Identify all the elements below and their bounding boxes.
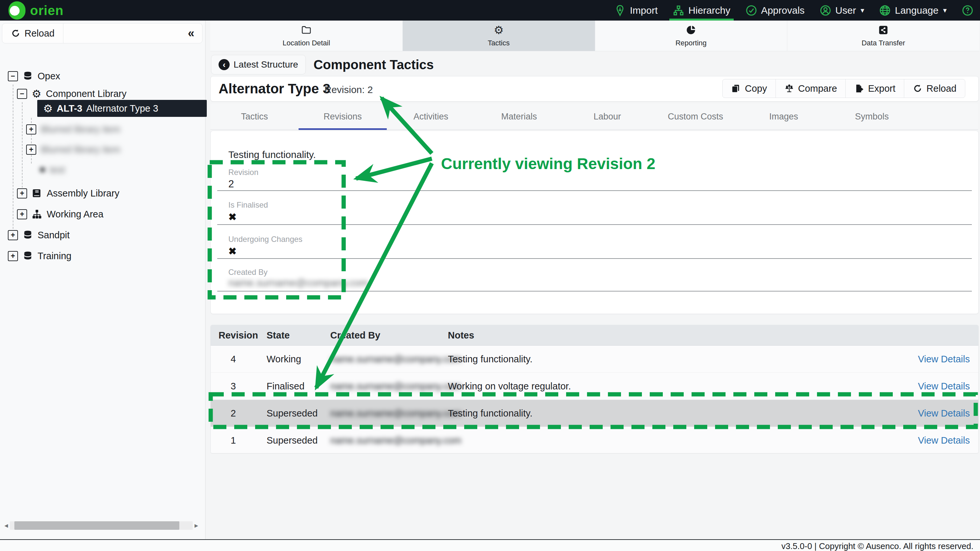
subtab-materials[interactable]: Materials: [475, 104, 563, 129]
view-details-link[interactable]: View Details: [918, 427, 970, 453]
tree-item-assembly-library[interactable]: + Assembly Library: [17, 185, 119, 202]
collapse-node-icon[interactable]: −: [17, 89, 27, 99]
subtab-tactics[interactable]: Tactics: [210, 104, 299, 129]
table-header-row: Revision State Created By Notes: [211, 325, 978, 346]
subtab-custom-costs[interactable]: Custom Costs: [651, 104, 740, 129]
expand-node-icon[interactable]: +: [8, 251, 18, 261]
tab-reporting[interactable]: Reporting: [595, 21, 788, 51]
subtab-images[interactable]: Images: [740, 104, 828, 129]
tree-item-redacted[interactable]: test: [40, 161, 65, 178]
col-header-revision: Revision: [218, 325, 258, 345]
nav-language-menu[interactable]: Language ▾: [879, 0, 947, 21]
hierarchy-icon: [673, 5, 684, 16]
app-footer: v3.5.0-0 | Copyright © Ausenco. All righ…: [0, 539, 980, 551]
cell-revision: 1: [218, 427, 248, 453]
nav-user-menu[interactable]: User ▾: [819, 0, 864, 21]
cell-state: Superseded: [267, 427, 318, 453]
table-row: 4 Working name.surname@company.com Testi…: [211, 346, 978, 373]
sidebar-horizontal-scrollbar[interactable]: ◂ ▸: [3, 521, 200, 530]
sidebar-collapse-button[interactable]: «: [180, 27, 202, 40]
expand-node-icon[interactable]: +: [17, 188, 27, 198]
tree-item-alt3-selected[interactable]: ⚙ ALT-3 Alternator Type 3: [37, 100, 207, 117]
app-window: orien Import Hierarchy Approvals User ▾: [0, 0, 980, 551]
collapse-node-icon[interactable]: −: [8, 71, 18, 81]
revisions-table: Revision State Created By Notes 4 Workin…: [210, 325, 979, 453]
selected-tree-item[interactable]: ⚙ ALT-3 Alternator Type 3: [37, 100, 207, 117]
logo-pill-icon: [8, 1, 25, 20]
database-icon: [22, 230, 33, 240]
tree-reload-button[interactable]: Reload: [2, 24, 64, 43]
tab-data-transfer[interactable]: Data Transfer: [787, 21, 979, 51]
created-by-label: Created By: [228, 268, 267, 277]
export-button[interactable]: Export: [846, 79, 904, 98]
is-finalised-label: Is Finalised: [228, 200, 268, 210]
cell-state: Working: [267, 346, 301, 372]
expand-node-icon[interactable]: +: [26, 144, 36, 155]
scrollbar-thumb[interactable]: [14, 521, 179, 530]
tree-item-opex[interactable]: − Opex: [8, 68, 60, 84]
app-header: orien Import Hierarchy Approvals User ▾: [0, 0, 980, 21]
expand-node-icon[interactable]: +: [17, 209, 27, 219]
tree-item-sandpit[interactable]: + Sandpit: [8, 227, 70, 243]
cell-revision: 2: [218, 400, 248, 427]
sidebar-toolbar: Reload «: [2, 23, 202, 43]
component-revision-label: Revision: 2: [325, 84, 373, 95]
nav-help[interactable]: [962, 0, 974, 21]
cell-notes: Testing functionality.: [448, 346, 533, 372]
compare-button[interactable]: Compare: [776, 79, 846, 98]
view-details-link[interactable]: View Details: [918, 373, 970, 400]
tab-tactics[interactable]: ⚙ Tactics: [403, 21, 595, 51]
nav-hierarchy-label: Hierarchy: [688, 5, 730, 16]
expand-node-icon[interactable]: +: [8, 230, 18, 240]
nav-import-label: Import: [630, 5, 657, 16]
leaf-dot-icon: [40, 167, 45, 172]
tab-label: Reporting: [676, 39, 706, 47]
export-label: Export: [868, 83, 896, 94]
module-tabbar: Location Detail ⚙ Tactics Reporting Data…: [210, 21, 979, 51]
cell-created-by-redacted: name.surname@company.com: [330, 373, 461, 400]
component-actions: Copy Compare Export Reload: [722, 79, 965, 98]
footer-version-text: v3.5.0-0 | Copyright © Ausenco. All righ…: [781, 541, 974, 551]
nav-hierarchy[interactable]: Hierarchy: [673, 0, 730, 21]
subtab-activities[interactable]: Activities: [387, 104, 475, 129]
view-details-link[interactable]: View Details: [918, 346, 970, 372]
logo-text: orien: [30, 3, 64, 18]
app-logo[interactable]: orien: [8, 1, 64, 20]
cell-revision: 4: [218, 346, 248, 372]
nav-import[interactable]: Import: [614, 0, 657, 21]
tree-item-label: Working Area: [47, 209, 103, 220]
tab-location-detail[interactable]: Location Detail: [210, 21, 403, 51]
scroll-left-icon[interactable]: ◂: [3, 521, 10, 530]
table-row: 1 Superseded name.surname@company.com Vi…: [211, 427, 978, 453]
tree-item-label-redacted: Blurred library item: [41, 144, 120, 155]
scrollbar-track[interactable]: [10, 521, 193, 530]
expand-node-icon[interactable]: +: [26, 124, 36, 135]
tree-item-redacted[interactable]: + Blurred library item: [26, 121, 120, 138]
tab-label: Tactics: [488, 39, 510, 47]
reload-button[interactable]: Reload: [904, 79, 965, 98]
refresh-icon: [913, 84, 923, 94]
tree-item-training[interactable]: + Training: [8, 248, 72, 264]
user-icon: [819, 5, 831, 16]
view-details-link[interactable]: View Details: [918, 400, 970, 427]
tree-item-label-redacted: Blurred library item: [41, 124, 120, 135]
table-row: 3 Finalised name.surname@company.com Wor…: [211, 373, 978, 400]
subtab-symbols[interactable]: Symbols: [828, 104, 916, 129]
tree-reload-label: Reload: [24, 28, 54, 39]
nav-approvals[interactable]: Approvals: [745, 0, 805, 21]
is-finalised-value: ✖: [228, 211, 237, 222]
structure-tree: − Opex − ⚙ Component Library ⚙ ALT-3 Alt…: [0, 46, 199, 522]
latest-structure-button[interactable]: ‹ Latest Structure: [211, 55, 306, 75]
cell-state: Superseded: [267, 400, 318, 427]
tree-item-label: Training: [38, 251, 72, 262]
subtab-revisions[interactable]: Revisions: [299, 104, 387, 129]
field-divider: [217, 224, 972, 225]
tree-item-redacted[interactable]: + Blurred library item: [26, 141, 120, 158]
subtab-labour[interactable]: Labour: [563, 104, 651, 129]
field-divider: [217, 190, 972, 191]
revision-notes: Testing functionality.: [228, 149, 316, 160]
scroll-right-icon[interactable]: ▸: [193, 521, 200, 530]
copy-button[interactable]: Copy: [722, 79, 776, 98]
tree-item-working-area[interactable]: + Working Area: [17, 206, 103, 222]
cell-notes: Working on voltage regulator.: [448, 373, 571, 400]
